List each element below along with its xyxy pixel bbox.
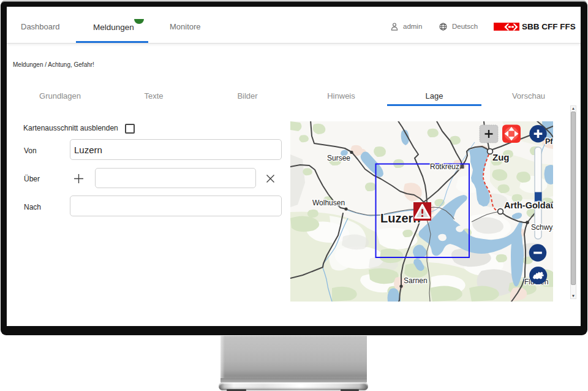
svg-text:Zug: Zug: [492, 152, 510, 162]
svg-text:Sarnen: Sarnen: [404, 276, 428, 285]
svg-text:Sursee: Sursee: [327, 154, 350, 162]
svg-text:Rotkreuz: Rotkreuz: [430, 162, 459, 171]
svg-text:Schwyz: Schwyz: [531, 223, 553, 232]
svg-text:Pf: Pf: [545, 137, 553, 146]
svg-text:Wolhusen: Wolhusen: [312, 199, 345, 207]
svg-text:Arth-Goldau: Arth-Goldau: [504, 200, 553, 210]
